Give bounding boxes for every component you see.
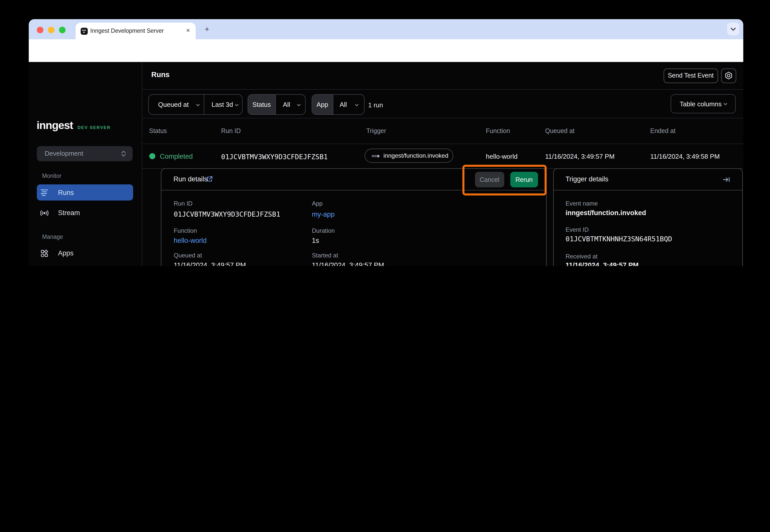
row-status[interactable]: Completed [160, 153, 193, 160]
app-filter-value: All [340, 95, 347, 114]
field-label: App [312, 200, 323, 207]
app-link[interactable]: my-app [312, 210, 335, 218]
screenshot: Inngest Development Server ✕ + [0, 0, 770, 266]
page-title: Runs [151, 70, 170, 78]
environment-select-value: Development [45, 146, 83, 161]
sidebar-item-label: Runs [58, 189, 74, 196]
stream-icon [40, 209, 48, 217]
col-queued-at: Queued at [545, 127, 574, 134]
inngest-favicon [81, 27, 88, 35]
col-run-id: Run ID [221, 127, 241, 134]
inngest-app: inngest DEV SERVER Development Monitor R… [28, 62, 743, 266]
browser-toolbar: localhost:8288/runs [28, 39, 743, 62]
row-function[interactable]: hello-world [486, 153, 518, 160]
monitor-section-label: Monitor [42, 173, 61, 179]
field-label: Function [174, 227, 197, 234]
external-link-icon[interactable] [206, 176, 213, 182]
sidebar-item-label: Apps [58, 249, 74, 257]
field-label: Duration [312, 227, 335, 234]
annotation-rectangle [462, 164, 546, 195]
browser-tab[interactable]: Inngest Development Server ✕ [76, 23, 196, 39]
manage-section-label: Manage [42, 234, 63, 240]
run-details-title: Run details [173, 169, 208, 190]
runs-icon [40, 188, 48, 196]
tab-close-icon[interactable]: ✕ [184, 27, 191, 34]
table-columns-label: Table columns [680, 94, 722, 113]
field-label: Queued at [174, 252, 202, 259]
status-filter[interactable]: Status All [248, 94, 305, 115]
environment-select[interactable]: Development [37, 146, 132, 161]
trigger-details-header: Trigger details [553, 169, 742, 190]
browser-window: Inngest Development Server ✕ + [28, 19, 743, 266]
event-name-value: inngest/function.invoked [565, 209, 646, 216]
run-count: 1 run [368, 101, 383, 109]
trigger-badge-label: inngest/function.invoked [383, 152, 448, 159]
settings-button[interactable] [721, 68, 736, 83]
traffic-light-close[interactable] [37, 26, 43, 33]
trigger-badge[interactable]: ««● inngest/function.invoked [364, 149, 453, 162]
new-tab-button[interactable]: + [203, 24, 212, 34]
status-dot [149, 153, 155, 159]
apps-icon [40, 249, 48, 257]
col-function: Function [486, 127, 510, 134]
sidebar: inngest DEV SERVER Development Monitor R… [28, 62, 142, 266]
sidebar-item-apps[interactable]: Apps [37, 245, 133, 261]
app-filter[interactable]: App All [311, 94, 364, 115]
traffic-light-minimize[interactable] [48, 26, 54, 33]
app-filter-label: App [312, 95, 333, 114]
col-trigger: Trigger [366, 127, 386, 134]
tab-search-chevron-icon[interactable] [727, 23, 739, 35]
queued-at-filter[interactable]: Queued at Last 3d [148, 94, 243, 115]
sidebar-item-label: Stream [58, 209, 80, 217]
duration-value: 1s [312, 237, 319, 244]
started-value: 11/16/2024, 3:49:57 PM [312, 261, 384, 266]
trigger-details-panel: Trigger details Event name inngest/funct… [553, 168, 743, 266]
trigger-details-title: Trigger details [565, 169, 609, 190]
queued-value: 11/16/2024, 3:49:57 PM [174, 261, 246, 266]
sidebar-item-stream[interactable]: Stream [37, 205, 133, 221]
send-test-event-button[interactable]: Send Test Event [663, 68, 718, 83]
event-id-value: 01JCVBTMTKNHNHZ3SN64R51BQD [565, 235, 672, 243]
sidebar-item-functions[interactable]: Functions [37, 265, 133, 266]
status-filter-label: Status [248, 95, 276, 114]
queued-at-filter-label: Queued at [158, 95, 188, 114]
traffic-light-zoom[interactable] [59, 26, 65, 33]
field-label: Run ID [174, 200, 192, 207]
field-label: Started at [312, 252, 338, 259]
event-icon: ««● [371, 153, 379, 159]
field-label: Received at [565, 253, 598, 260]
function-link[interactable]: hello-world [174, 237, 207, 244]
sidebar-item-runs[interactable]: Runs [37, 184, 133, 201]
col-ended-at: Ended at [650, 127, 676, 134]
dev-server-badge: DEV SERVER [78, 125, 111, 130]
row-queued-at: 11/16/2024, 3:49:57 PM [545, 153, 615, 160]
tab-strip: Inngest Development Server ✕ + [28, 19, 743, 39]
field-label: Event name [565, 200, 598, 207]
col-status: Status [149, 127, 167, 134]
status-filter-value: All [283, 95, 290, 114]
time-range-value: Last 3d [212, 95, 233, 114]
row-run-id[interactable]: 01JCVBTMV3WXY9D3CFDEJFZSB1 [221, 153, 328, 161]
row-ended-at: 11/16/2024, 3:49:58 PM [650, 153, 720, 160]
received-at-value: 11/16/2024, 3:49:57 PM [565, 261, 639, 266]
inngest-logo: inngest [37, 119, 73, 132]
run-id-value: 01JCVBTMV3WXY9D3CFDEJFZSB1 [174, 210, 280, 218]
main-content: Runs Send Test Event Queued at Last 3d S… [142, 62, 743, 266]
field-label: Event ID [565, 226, 589, 233]
table-columns-button[interactable]: Table columns [671, 94, 736, 113]
tab-title: Inngest Development Server [90, 23, 164, 39]
collapse-panel-icon[interactable] [722, 176, 730, 183]
